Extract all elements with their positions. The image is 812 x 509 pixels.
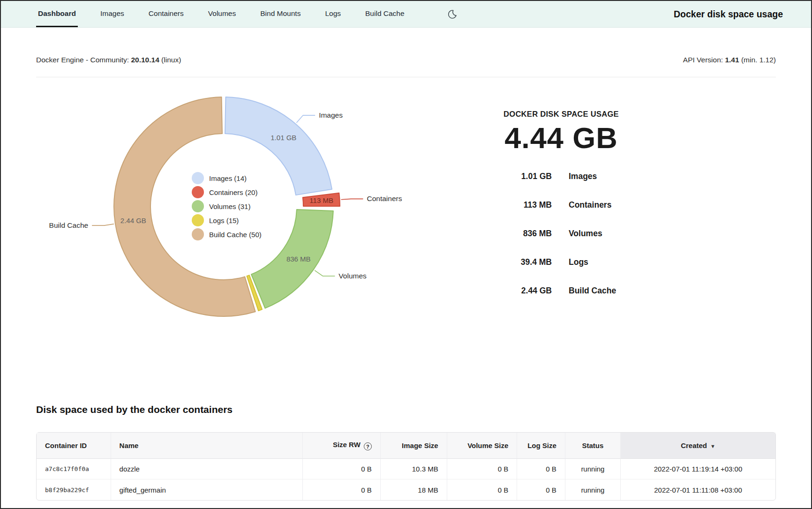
tab-dashboard[interactable]: Dashboard: [36, 1, 78, 27]
containers-heading: Disk space used by the docker containers: [36, 404, 776, 415]
cell-volume-size: 0 B: [447, 479, 517, 500]
api-version: 1.41: [725, 56, 739, 64]
api-version-info: API Version: 1.41 (min. 1.12): [683, 56, 776, 64]
moon-icon: [448, 9, 458, 19]
api-version-label: API Version:: [683, 56, 723, 64]
cell-status: running: [565, 479, 620, 500]
cell-size-rw: 0 B: [302, 479, 380, 500]
disk-usage-donut-chart: 1.01 GBImages113 MBContainers836 MBVolum…: [36, 89, 449, 323]
callout-line-build-cache: [92, 224, 114, 225]
legend-label-volumes[interactable]: Volumes (31): [209, 202, 250, 210]
summary-label: Build Cache: [569, 286, 616, 296]
cell-created: 2022-07-01 11:11:08 +03:00: [620, 479, 775, 500]
col-header-name[interactable]: Name: [111, 433, 303, 459]
engine-info-label: Docker Engine - Community:: [36, 56, 129, 64]
callout-line-containers: [341, 199, 363, 199]
col-header-image-size[interactable]: Image Size: [380, 433, 447, 459]
engine-info: Docker Engine - Community: 20.10.14 (lin…: [36, 56, 181, 64]
table-body: a7c8c17f0f0adozzle0 B10.3 MB0 B0 Brunnin…: [37, 459, 775, 500]
segment-callout-label-build-cache: Build Cache: [49, 221, 89, 229]
cell-status: running: [565, 459, 620, 479]
sort-desc-icon: ▼: [710, 443, 715, 449]
cell-name: dozzle: [111, 459, 303, 479]
summary-value: 113 MB: [458, 200, 552, 210]
col-header-size-rw[interactable]: Size RW?: [302, 433, 380, 459]
divider: [36, 77, 776, 77]
tab-logs[interactable]: Logs: [323, 1, 343, 27]
cell-log-size: 0 B: [517, 459, 564, 479]
app-window: DashboardImagesContainersVolumesBind Mou…: [0, 0, 812, 509]
tab-volumes[interactable]: Volumes: [206, 1, 238, 27]
summary-row-containers: 113 MBContainers: [458, 200, 664, 210]
cell-image-size: 10.3 MB: [380, 459, 447, 479]
disk-usage-section: 1.01 GBImages113 MBContainers836 MBVolum…: [36, 89, 776, 323]
app-title: Docker disk space usage: [674, 9, 783, 20]
cell-created: 2022-07-01 11:19:14 +03:00: [620, 459, 775, 479]
col-header-created[interactable]: Created▼: [620, 433, 775, 459]
dark-mode-toggle[interactable]: [448, 9, 458, 19]
segment-callout-label-volumes: Volumes: [338, 272, 367, 280]
legend-swatch-volumes[interactable]: [192, 200, 204, 212]
engine-version: 20.10.14: [131, 56, 159, 64]
help-icon[interactable]: ?: [364, 442, 372, 450]
legend-swatch-containers[interactable]: [192, 186, 204, 198]
summary-label: Containers: [569, 200, 611, 210]
summary-value: 1.01 GB: [458, 172, 552, 181]
tab-containers[interactable]: Containers: [147, 1, 186, 27]
legend-label-build-cache[interactable]: Build Cache (50): [209, 231, 262, 239]
summary-list: 1.01 GBImages113 MBContainers836 MBVolum…: [458, 172, 664, 296]
segment-callout-label-containers: Containers: [367, 195, 402, 202]
segment-value-label-containers: 113 MB: [309, 196, 333, 204]
cell-size-rw: 0 B: [302, 459, 380, 479]
legend-label-images[interactable]: Images (14): [209, 174, 247, 182]
summary-row-images: 1.01 GBImages: [458, 172, 664, 181]
legend-label-logs[interactable]: Logs (15): [209, 217, 239, 225]
segment-value-label-build-cache: 2.44 GB: [120, 217, 146, 225]
summary-value: 39.4 MB: [458, 257, 552, 267]
containers-table: Container IDNameSize RW?Image SizeVolume…: [36, 432, 776, 501]
segment-value-label-images: 1.01 GB: [271, 134, 296, 142]
table-row: b8f29ba229cfgifted_germain0 B18 MB0 B0 B…: [37, 479, 775, 500]
containers-section: Disk space used by the docker containers…: [36, 404, 776, 501]
col-header-status[interactable]: Status: [565, 433, 620, 459]
api-version-min: (min. 1.12): [741, 56, 776, 64]
tab-images[interactable]: Images: [98, 1, 126, 27]
engine-platform: (linux): [161, 56, 181, 64]
summary-row-logs: 39.4 MBLogs: [458, 257, 664, 267]
disk-usage-summary: DOCKER DISK SPACE USAGE 4.44 GB 1.01 GBI…: [458, 89, 664, 323]
summary-heading: DOCKER DISK SPACE USAGE: [458, 110, 664, 119]
legend-label-containers[interactable]: Containers (20): [209, 188, 257, 196]
callout-line-volumes: [315, 270, 335, 276]
summary-label: Logs: [569, 257, 588, 267]
summary-row-volumes: 836 MBVolumes: [458, 229, 664, 239]
cell-name: gifted_germain: [111, 479, 303, 500]
cell-log-size: 0 B: [517, 479, 564, 500]
table-row: a7c8c17f0f0adozzle0 B10.3 MB0 B0 Brunnin…: [37, 459, 775, 479]
col-header-volume-size[interactable]: Volume Size: [447, 433, 517, 459]
nav-tabs: DashboardImagesContainersVolumesBind Mou…: [36, 1, 427, 27]
legend-swatch-build-cache[interactable]: [192, 228, 204, 240]
col-header-log-size[interactable]: Log Size: [517, 433, 564, 459]
table-header-row: Container IDNameSize RW?Image SizeVolume…: [37, 433, 775, 459]
cell-volume-size: 0 B: [447, 459, 517, 479]
legend-swatch-logs[interactable]: [192, 214, 204, 226]
legend-swatch-images[interactable]: [192, 172, 204, 184]
segment-callout-label-images: Images: [319, 111, 343, 119]
top-nav: DashboardImagesContainersVolumesBind Mou…: [1, 1, 811, 28]
summary-value: 836 MB: [458, 229, 552, 239]
summary-row-build-cache: 2.44 GBBuild Cache: [458, 286, 664, 296]
summary-value: 2.44 GB: [458, 286, 552, 296]
segment-value-label-volumes: 836 MB: [286, 255, 311, 263]
col-header-container-id[interactable]: Container ID: [37, 433, 111, 459]
summary-label: Images: [569, 172, 597, 181]
cell-container-id: b8f29ba229cf: [37, 479, 111, 500]
summary-label: Volumes: [569, 229, 602, 239]
tab-build-cache[interactable]: Build Cache: [363, 1, 406, 27]
tab-bind-mounts[interactable]: Bind Mounts: [258, 1, 302, 27]
total-disk-usage: 4.44 GB: [458, 121, 664, 155]
cell-container-id: a7c8c17f0f0a: [37, 459, 111, 479]
callout-line-images: [296, 115, 315, 123]
cell-image-size: 18 MB: [380, 479, 447, 500]
